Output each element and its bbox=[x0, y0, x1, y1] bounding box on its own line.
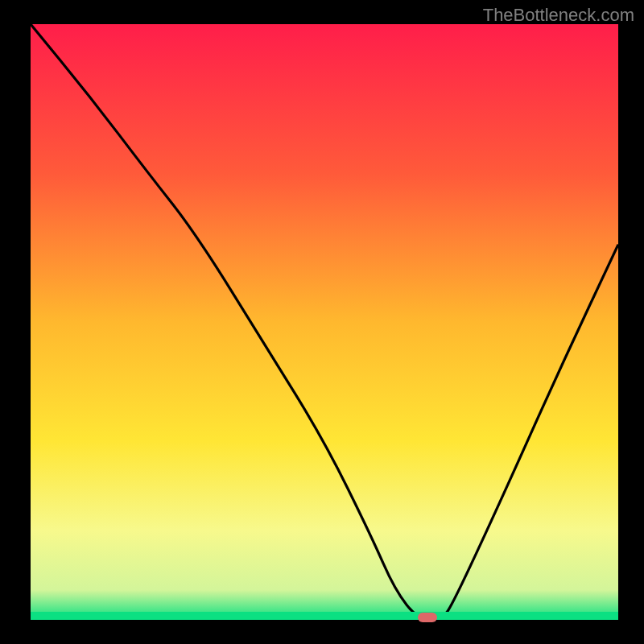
bottleneck-marker bbox=[418, 613, 437, 622]
watermark-text: TheBottleneck.com bbox=[483, 5, 634, 26]
svg-rect-1 bbox=[31, 612, 618, 620]
plot-area bbox=[31, 24, 618, 620]
bottleneck-curve bbox=[31, 24, 618, 620]
chart-container: TheBottleneck.com bbox=[0, 0, 644, 644]
